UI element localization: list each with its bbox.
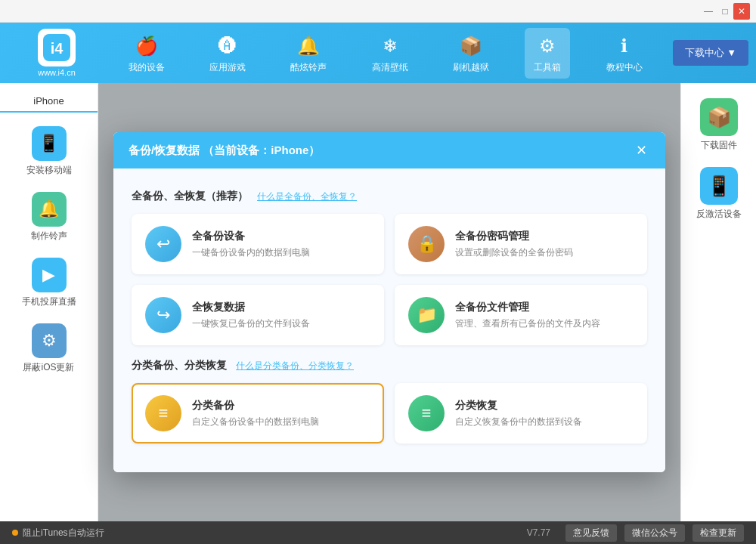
block-update-icon: ⚙ xyxy=(32,323,67,358)
my-device-icon: 🍎 xyxy=(133,32,160,60)
nav-item-wallpaper[interactable]: ❄ 高清壁纸 xyxy=(363,28,417,79)
modal-body: 全备份、全恢复（推荐） 什么是全备份、全恢复？ ↩ 全备份设备 一键备份设备内的… xyxy=(113,168,665,472)
feedback-button[interactable]: 意见反馈 xyxy=(565,524,617,542)
jailbreak-label: 刷机越狱 xyxy=(453,61,489,74)
itunes-status: 阻止iTunes自动运行 xyxy=(23,527,104,539)
full-backup-password-desc: 设置或删除设备的全备份密码 xyxy=(455,246,573,259)
card-full-backup[interactable]: ↩ 全备份设备 一键备份设备内的数据到电脑 xyxy=(132,214,384,274)
wallpaper-label: 高清壁纸 xyxy=(372,61,408,74)
tools-label: 工具箱 xyxy=(534,61,561,74)
modal-close-button[interactable]: ✕ xyxy=(632,141,650,159)
nav-item-app-game[interactable]: 🅐 应用游戏 xyxy=(200,28,255,79)
full-restore-desc: 一键恢复已备份的文件到设备 xyxy=(192,317,310,330)
screen-live-icon: ▶ xyxy=(32,258,67,292)
tools-icon: ⚙ xyxy=(534,32,561,60)
full-restore-icon: ↪ xyxy=(145,297,181,333)
nav: 🍎 我的设备 🅐 应用游戏 🔔 酷炫铃声 ❄ 高清壁纸 📦 刷机越狱 ⚙ 工具箱… xyxy=(106,28,665,79)
status-buttons: 意见反馈 微信公众号 检查更新 xyxy=(565,524,744,542)
full-backup-password-icon: 🔒 xyxy=(408,226,445,262)
partial-restore-icon: ≡ xyxy=(408,395,445,431)
tutorial-label: 教程中心 xyxy=(606,61,643,74)
full-backup-desc: 一键备份设备内的数据到电脑 xyxy=(192,246,310,259)
sidebar-item-ringtone[interactable]: 🔔 制作铃声 xyxy=(0,184,98,250)
block-update-label: 屏蔽iOS更新 xyxy=(23,361,74,374)
status-dot xyxy=(12,530,18,536)
deactivate-icon: 📱 xyxy=(700,167,738,205)
modal-title: 备份/恢复数据 （当前设备：iPhone） xyxy=(129,144,320,158)
nav-item-jailbreak[interactable]: 📦 刷机越狱 xyxy=(444,28,498,79)
install-app-label: 安装移动端 xyxy=(26,164,72,177)
right-sidebar: 📦 下载固件 📱 反激活设备 xyxy=(680,83,756,521)
full-backup-title: 全备份、全恢复（推荐） xyxy=(132,190,248,203)
modal-header: 备份/恢复数据 （当前设备：iPhone） ✕ xyxy=(113,132,665,168)
full-file-manage-desc: 管理、查看所有已备份的文件及内容 xyxy=(455,317,600,330)
version-label: V7.77 xyxy=(527,527,550,538)
logo-icon: i4 xyxy=(38,29,76,66)
screen-live-label: 手机投屏直播 xyxy=(22,295,76,308)
status-bar: 阻止iTunes自动运行 V7.77 意见反馈 微信公众号 检查更新 xyxy=(0,521,756,544)
full-backup-password-title: 全备份密码管理 xyxy=(455,230,573,243)
app-game-label: 应用游戏 xyxy=(209,61,246,74)
download-center-button[interactable]: 下载中心 ▼ xyxy=(673,40,748,66)
sidebar-item-block-update[interactable]: ⚙ 屏蔽iOS更新 xyxy=(0,316,98,382)
partial-backup-desc: 自定义备份设备中的数据到电脑 xyxy=(192,416,319,428)
download-firmware-label: 下载固件 xyxy=(701,139,737,152)
nav-item-tutorial[interactable]: ℹ 教程中心 xyxy=(597,28,652,79)
full-backup-content: 全备份设备 一键备份设备内的数据到电脑 xyxy=(192,230,310,259)
card-full-restore[interactable]: ↪ 全恢复数据 一键恢复已备份的文件到设备 xyxy=(132,285,384,345)
card-full-backup-password[interactable]: 🔒 全备份密码管理 设置或删除设备的全备份密码 xyxy=(395,214,647,274)
full-file-manage-content: 全备份文件管理 管理、查看所有已备份的文件及内容 xyxy=(455,301,600,330)
full-backup-section-header: 全备份、全恢复（推荐） 什么是全备份、全恢复？ xyxy=(132,190,647,203)
ringtone-icon: 🔔 xyxy=(295,32,322,60)
partial-backup-section-header: 分类备份、分类恢复 什么是分类备份、分类恢复？ xyxy=(132,359,647,372)
right-item-download-firmware[interactable]: 📦 下载固件 xyxy=(700,98,738,152)
card-partial-backup[interactable]: ≡ 分类备份 自定义备份设备中的数据到电脑 xyxy=(132,383,384,444)
sidebar-item-install-app[interactable]: 📱 安装移动端 xyxy=(0,119,98,184)
card-partial-restore[interactable]: ≡ 分类恢复 自定义恢复备份中的数据到设备 xyxy=(395,383,647,444)
nav-item-tools[interactable]: ⚙ 工具箱 xyxy=(525,28,570,79)
full-restore-title: 全恢复数据 xyxy=(192,301,310,314)
sidebar-item-screen-live[interactable]: ▶ 手机投屏直播 xyxy=(0,250,98,316)
update-button[interactable]: 检查更新 xyxy=(692,524,744,542)
partial-backup-title: 分类备份、分类恢复 xyxy=(132,359,227,372)
status-left: 阻止iTunes自动运行 xyxy=(12,527,519,539)
title-bar: — □ ✕ xyxy=(0,0,756,23)
full-backup-link[interactable]: 什么是全备份、全恢复？ xyxy=(257,190,357,203)
partial-backup-link[interactable]: 什么是分类备份、分类恢复？ xyxy=(236,360,354,372)
card-full-file-manage[interactable]: 📁 全备份文件管理 管理、查看所有已备份的文件及内容 xyxy=(395,285,647,345)
ringtone-icon: 🔔 xyxy=(32,192,67,227)
content-area: 备份/恢复数据 （当前设备：iPhone） ✕ 全备份、全恢复（推荐） 什么是全… xyxy=(98,83,680,521)
nav-item-ringtone[interactable]: 🔔 酷炫铃声 xyxy=(281,28,336,79)
full-file-manage-icon: 📁 xyxy=(408,297,445,333)
full-restore-content: 全恢复数据 一键恢复已备份的文件到设备 xyxy=(192,301,310,330)
install-app-icon: 📱 xyxy=(32,126,67,161)
maximize-button[interactable]: □ xyxy=(717,3,733,20)
logo: i4 www.i4.cn xyxy=(8,29,106,77)
full-backup-title: 全备份设备 xyxy=(192,230,310,243)
full-backup-password-content: 全备份密码管理 设置或删除设备的全备份密码 xyxy=(455,230,573,259)
partial-backup-title: 分类备份 xyxy=(192,399,319,413)
header: i4 www.i4.cn 🍎 我的设备 🅐 应用游戏 🔔 酷炫铃声 ❄ 高清壁纸… xyxy=(0,23,756,83)
svg-text:i4: i4 xyxy=(51,40,64,57)
ringtone-label: 酷炫铃声 xyxy=(290,61,327,74)
deactivate-label: 反激活设备 xyxy=(696,208,742,221)
partial-restore-desc: 自定义恢复备份中的数据到设备 xyxy=(455,416,582,428)
right-item-deactivate[interactable]: 📱 反激活设备 xyxy=(696,167,742,221)
close-button[interactable]: ✕ xyxy=(733,3,750,20)
partial-backup-content: 分类备份 自定义备份设备中的数据到电脑 xyxy=(192,399,319,428)
partial-restore-content: 分类恢复 自定义恢复备份中的数据到设备 xyxy=(455,399,582,428)
partial-backup-cards: ≡ 分类备份 自定义备份设备中的数据到电脑 ≡ 分类恢复 自定义恢复备份中的数据… xyxy=(132,383,647,444)
nav-item-my-device[interactable]: 🍎 我的设备 xyxy=(119,28,174,79)
minimize-button[interactable]: — xyxy=(700,3,717,20)
device-label: iPhone xyxy=(0,91,98,113)
backup-restore-modal: 备份/恢复数据 （当前设备：iPhone） ✕ 全备份、全恢复（推荐） 什么是全… xyxy=(113,132,665,472)
download-firmware-icon: 📦 xyxy=(700,98,738,136)
app-game-icon: 🅐 xyxy=(214,32,241,60)
full-backup-icon: ↩ xyxy=(145,226,181,262)
my-device-label: 我的设备 xyxy=(129,61,165,74)
partial-backup-icon: ≡ xyxy=(145,395,181,431)
full-file-manage-title: 全备份文件管理 xyxy=(455,301,600,314)
wallpaper-icon: ❄ xyxy=(376,32,404,60)
main-area: iPhone 📱 安装移动端 🔔 制作铃声 ▶ 手机投屏直播 ⚙ 屏蔽iOS更新… xyxy=(0,83,756,521)
wechat-button[interactable]: 微信公众号 xyxy=(624,524,685,542)
